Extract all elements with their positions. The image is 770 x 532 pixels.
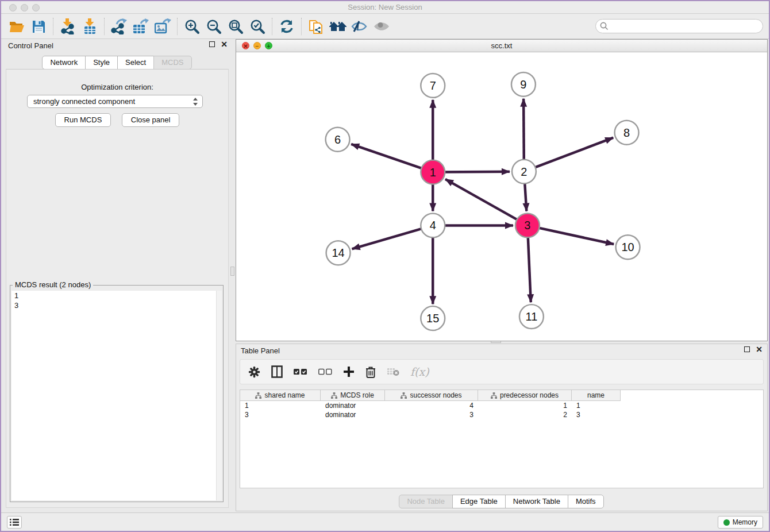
export-image-icon[interactable] [152, 17, 174, 36]
graph-edge-3-10[interactable] [528, 225, 614, 244]
graph-node-11[interactable]: 11 [519, 304, 544, 329]
run-mcds-button[interactable]: Run MCDS [55, 113, 111, 127]
import-network-icon[interactable] [57, 17, 79, 36]
table-row[interactable]: 1 dominator 4 1 1 [240, 401, 763, 410]
close-panel-button[interactable]: Close panel [122, 113, 180, 127]
table-panel-float-icon[interactable] [744, 346, 750, 352]
function-builder-icon[interactable]: f(x) [410, 365, 429, 378]
table-panel-title: Table Panel [241, 346, 280, 355]
zoom-fit-icon[interactable] [225, 17, 247, 36]
table-tabs: Node TableEdge TableNetwork TableMotifs [236, 495, 767, 508]
tab-network-table[interactable]: Network Table [505, 495, 568, 508]
memory-button[interactable]: Memory [718, 516, 763, 529]
memory-label: Memory [733, 518, 757, 526]
vertical-splitter-handle[interactable] [230, 267, 234, 276]
column-header-shared-name[interactable]: shared name [240, 390, 321, 401]
node-table[interactable]: shared name MCDS role successor nodes pr… [240, 390, 764, 488]
result-scrollbar[interactable] [216, 291, 222, 500]
cell-shared-name[interactable]: 3 [240, 410, 321, 419]
tab-style[interactable]: Style [85, 56, 118, 70]
select-stepper-icon [192, 97, 199, 107]
network-window-titlebar[interactable]: ✕ − + scc.txt [236, 40, 767, 52]
show-graphics-details-icon[interactable] [371, 17, 392, 36]
network-window-title: scc.txt [236, 41, 767, 50]
tab-select[interactable]: Select [117, 56, 154, 70]
tab-network[interactable]: Network [42, 56, 86, 70]
network-canvas[interactable]: 7968124314101511 [236, 52, 767, 341]
graph-node-6[interactable]: 6 [326, 128, 350, 152]
export-network-icon[interactable] [108, 17, 130, 36]
window-title: Session: New Session [1, 3, 769, 11]
export-table-icon[interactable] [130, 17, 152, 36]
tab-mcds[interactable]: MCDS [153, 56, 191, 70]
tab-motifs[interactable]: Motifs [568, 495, 604, 508]
status-bar: Memory [1, 512, 769, 531]
refresh-network-icon[interactable] [276, 17, 298, 36]
graph-node-8[interactable]: 8 [615, 121, 639, 145]
graph-edge-3-1[interactable] [445, 179, 528, 226]
attribute-icon [491, 392, 497, 399]
tab-node-table[interactable]: Node Table [399, 495, 453, 508]
svg-text:3: 3 [524, 219, 530, 232]
cell-name[interactable]: 1 [572, 401, 621, 410]
criterion-select[interactable]: strongly connected component [27, 95, 203, 108]
graph-node-9[interactable]: 9 [511, 72, 536, 97]
column-header-predecessor-nodes[interactable]: predecessor nodes [478, 390, 572, 401]
search-input[interactable] [595, 19, 763, 33]
table-panel: Table Panel ✕ [236, 344, 768, 511]
graph-node-2[interactable]: 2 [512, 160, 536, 184]
duplicate-network-icon[interactable] [305, 17, 327, 36]
graph-node-3[interactable]: 3 [515, 213, 540, 237]
graph-edge-2-8[interactable] [524, 138, 613, 172]
toolbar-separator [177, 18, 178, 35]
select-all-checkboxes-icon[interactable] [294, 368, 307, 375]
graph-node-15[interactable]: 15 [421, 306, 445, 330]
toggle-columns-icon[interactable] [271, 365, 283, 378]
graph-node-14[interactable]: 14 [326, 241, 351, 265]
svg-text:9: 9 [520, 78, 526, 91]
column-header-mcds-role[interactable]: MCDS role [321, 390, 385, 401]
column-header-successor-nodes[interactable]: successor nodes [385, 390, 478, 401]
graph-node-7[interactable]: 7 [421, 74, 445, 98]
column-header-name[interactable]: name [572, 390, 621, 401]
cell-predecessor-nodes[interactable]: 2 [478, 410, 572, 419]
application-window: Session: New Session [0, 0, 770, 532]
graph-edge-1-6[interactable] [351, 144, 433, 172]
cell-mcds-role[interactable]: dominator [321, 410, 385, 419]
cell-name[interactable]: 3 [572, 410, 621, 419]
cell-successor-nodes[interactable]: 3 [385, 410, 478, 419]
graph-node-10[interactable]: 10 [616, 235, 640, 259]
cell-successor-nodes[interactable]: 4 [385, 401, 478, 410]
cell-shared-name[interactable]: 1 [240, 401, 321, 410]
tab-edge-table[interactable]: Edge Table [452, 495, 506, 508]
table-row[interactable]: 3 dominator 3 2 3 [240, 410, 763, 419]
import-table-icon[interactable] [79, 17, 101, 36]
delete-table-icon[interactable] [387, 367, 399, 376]
optimization-criterion-label: Optimization criterion: [6, 83, 228, 91]
window-titlebar: Session: New Session [1, 1, 769, 14]
graph-node-1[interactable]: 1 [421, 160, 445, 184]
home-networks-icon[interactable] [327, 17, 349, 36]
task-history-button[interactable] [7, 516, 22, 529]
svg-text:1: 1 [430, 166, 436, 179]
svg-text:14: 14 [332, 246, 344, 259]
table-panel-close-icon[interactable]: ✕ [756, 346, 763, 352]
settings-gear-icon[interactable] [248, 366, 260, 378]
delete-rows-icon[interactable] [365, 366, 376, 378]
cell-mcds-role[interactable]: dominator [321, 401, 385, 410]
save-session-icon[interactable] [28, 17, 49, 36]
zoom-in-icon[interactable] [181, 17, 203, 36]
cell-predecessor-nodes[interactable]: 1 [478, 401, 572, 410]
table-toolbar: f(x) [240, 359, 764, 384]
open-session-icon[interactable] [6, 17, 28, 36]
attribute-icon [331, 392, 337, 399]
zoom-selected-icon[interactable] [247, 17, 268, 36]
zoom-out-icon[interactable] [203, 17, 225, 36]
mcds-result-list[interactable]: 1 3 [11, 291, 222, 500]
add-row-icon[interactable] [343, 366, 355, 377]
deselect-all-checkboxes-icon[interactable] [318, 368, 332, 375]
control-panel-close-icon[interactable]: ✕ [221, 41, 228, 47]
graph-node-4[interactable]: 4 [421, 213, 445, 237]
control-panel-float-icon[interactable] [209, 41, 215, 47]
hide-graphics-details-icon[interactable] [349, 17, 371, 36]
